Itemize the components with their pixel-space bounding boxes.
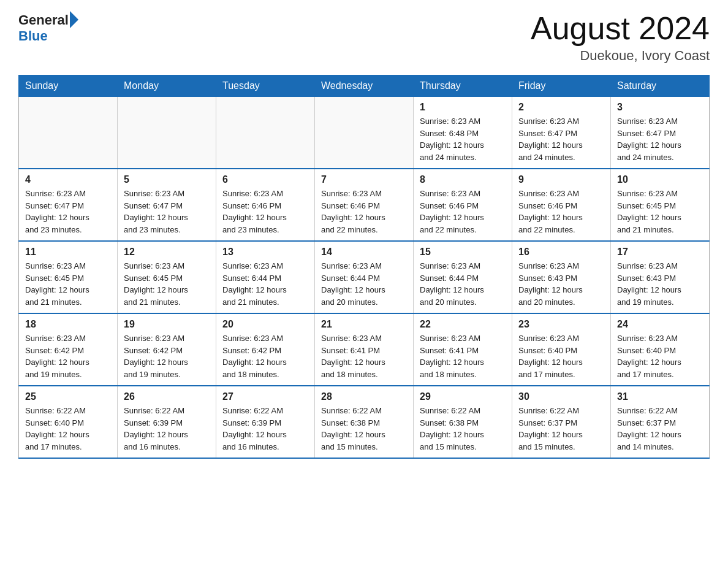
day-info: Sunrise: 6:22 AM Sunset: 6:37 PM Dayligh… — [518, 405, 604, 453]
day-info: Sunrise: 6:23 AM Sunset: 6:44 PM Dayligh… — [420, 260, 506, 308]
day-number: 26 — [124, 391, 210, 402]
day-number: 24 — [617, 319, 703, 330]
calendar-cell: 16Sunrise: 6:23 AM Sunset: 6:43 PM Dayli… — [512, 241, 611, 313]
day-info: Sunrise: 6:23 AM Sunset: 6:47 PM Dayligh… — [518, 115, 604, 163]
month-title: August 2024 — [531, 12, 710, 44]
day-number: 11 — [25, 247, 111, 258]
calendar-cell: 3Sunrise: 6:23 AM Sunset: 6:47 PM Daylig… — [611, 97, 710, 169]
calendar-cell: 17Sunrise: 6:23 AM Sunset: 6:43 PM Dayli… — [611, 241, 710, 313]
day-number: 7 — [321, 174, 407, 185]
calendar-cell: 23Sunrise: 6:23 AM Sunset: 6:40 PM Dayli… — [512, 313, 611, 386]
day-info: Sunrise: 6:23 AM Sunset: 6:48 PM Dayligh… — [420, 115, 506, 163]
title-area: August 2024 Duekoue, Ivory Coast — [531, 12, 710, 64]
calendar-cell: 21Sunrise: 6:23 AM Sunset: 6:41 PM Dayli… — [315, 313, 414, 386]
week-row-4: 18Sunrise: 6:23 AM Sunset: 6:42 PM Dayli… — [19, 313, 710, 386]
day-number: 28 — [321, 391, 407, 402]
calendar-header-row: SundayMondayTuesdayWednesdayThursdayFrid… — [19, 75, 710, 97]
day-number: 14 — [321, 247, 407, 258]
header-tuesday: Tuesday — [216, 75, 315, 97]
day-number: 17 — [617, 247, 703, 258]
calendar-cell: 9Sunrise: 6:23 AM Sunset: 6:46 PM Daylig… — [512, 169, 611, 241]
day-info: Sunrise: 6:23 AM Sunset: 6:40 PM Dayligh… — [617, 332, 703, 380]
day-number: 15 — [420, 247, 506, 258]
day-info: Sunrise: 6:22 AM Sunset: 6:39 PM Dayligh… — [222, 405, 308, 453]
day-number: 21 — [321, 319, 407, 330]
header-wednesday: Wednesday — [315, 75, 414, 97]
day-number: 31 — [617, 391, 703, 402]
header-thursday: Thursday — [414, 75, 512, 97]
day-number: 4 — [25, 174, 111, 185]
calendar-cell — [315, 97, 414, 169]
day-info: Sunrise: 6:23 AM Sunset: 6:45 PM Dayligh… — [617, 188, 703, 236]
calendar-cell: 11Sunrise: 6:23 AM Sunset: 6:45 PM Dayli… — [19, 241, 118, 313]
calendar-cell: 7Sunrise: 6:23 AM Sunset: 6:46 PM Daylig… — [315, 169, 414, 241]
day-info: Sunrise: 6:22 AM Sunset: 6:39 PM Dayligh… — [124, 405, 210, 453]
day-info: Sunrise: 6:23 AM Sunset: 6:41 PM Dayligh… — [420, 332, 506, 380]
calendar-cell: 18Sunrise: 6:23 AM Sunset: 6:42 PM Dayli… — [19, 313, 118, 386]
day-number: 5 — [124, 174, 210, 185]
day-info: Sunrise: 6:22 AM Sunset: 6:37 PM Dayligh… — [617, 405, 703, 453]
day-info: Sunrise: 6:23 AM Sunset: 6:46 PM Dayligh… — [518, 188, 604, 236]
day-number: 12 — [124, 247, 210, 258]
day-number: 8 — [420, 174, 506, 185]
calendar-cell: 12Sunrise: 6:23 AM Sunset: 6:45 PM Dayli… — [118, 241, 216, 313]
calendar-cell: 20Sunrise: 6:23 AM Sunset: 6:42 PM Dayli… — [216, 313, 315, 386]
day-info: Sunrise: 6:23 AM Sunset: 6:46 PM Dayligh… — [321, 188, 407, 236]
day-info: Sunrise: 6:23 AM Sunset: 6:43 PM Dayligh… — [617, 260, 703, 308]
day-number: 20 — [222, 319, 308, 330]
calendar-cell: 27Sunrise: 6:22 AM Sunset: 6:39 PM Dayli… — [216, 386, 315, 458]
calendar-cell: 2Sunrise: 6:23 AM Sunset: 6:47 PM Daylig… — [512, 97, 611, 169]
day-info: Sunrise: 6:22 AM Sunset: 6:40 PM Dayligh… — [25, 405, 111, 453]
day-info: Sunrise: 6:23 AM Sunset: 6:47 PM Dayligh… — [124, 188, 210, 236]
day-info: Sunrise: 6:22 AM Sunset: 6:38 PM Dayligh… — [420, 405, 506, 453]
calendar-cell: 25Sunrise: 6:22 AM Sunset: 6:40 PM Dayli… — [19, 386, 118, 458]
calendar-cell: 4Sunrise: 6:23 AM Sunset: 6:47 PM Daylig… — [19, 169, 118, 241]
calendar-cell: 13Sunrise: 6:23 AM Sunset: 6:44 PM Dayli… — [216, 241, 315, 313]
logo: General Blue — [18, 12, 78, 44]
location: Duekoue, Ivory Coast — [531, 48, 710, 64]
page-header: General Blue August 2024 Duekoue, Ivory … — [18, 12, 710, 64]
calendar-cell: 10Sunrise: 6:23 AM Sunset: 6:45 PM Dayli… — [611, 169, 710, 241]
calendar-cell: 28Sunrise: 6:22 AM Sunset: 6:38 PM Dayli… — [315, 386, 414, 458]
day-info: Sunrise: 6:23 AM Sunset: 6:42 PM Dayligh… — [222, 332, 308, 380]
week-row-2: 4Sunrise: 6:23 AM Sunset: 6:47 PM Daylig… — [19, 169, 710, 241]
day-info: Sunrise: 6:23 AM Sunset: 6:44 PM Dayligh… — [321, 260, 407, 308]
day-number: 30 — [518, 391, 604, 402]
day-number: 16 — [518, 247, 604, 258]
calendar-cell: 24Sunrise: 6:23 AM Sunset: 6:40 PM Dayli… — [611, 313, 710, 386]
day-number: 1 — [420, 102, 506, 113]
calendar-table: SundayMondayTuesdayWednesdayThursdayFrid… — [18, 75, 710, 459]
day-info: Sunrise: 6:23 AM Sunset: 6:46 PM Dayligh… — [222, 188, 308, 236]
week-row-3: 11Sunrise: 6:23 AM Sunset: 6:45 PM Dayli… — [19, 241, 710, 313]
header-monday: Monday — [118, 75, 216, 97]
day-info: Sunrise: 6:23 AM Sunset: 6:42 PM Dayligh… — [25, 332, 111, 380]
header-sunday: Sunday — [19, 75, 118, 97]
day-number: 23 — [518, 319, 604, 330]
day-info: Sunrise: 6:23 AM Sunset: 6:41 PM Dayligh… — [321, 332, 407, 380]
day-info: Sunrise: 6:23 AM Sunset: 6:47 PM Dayligh… — [617, 115, 703, 163]
logo-general: General — [18, 12, 78, 28]
calendar-cell: 26Sunrise: 6:22 AM Sunset: 6:39 PM Dayli… — [118, 386, 216, 458]
calendar-cell: 8Sunrise: 6:23 AM Sunset: 6:46 PM Daylig… — [414, 169, 512, 241]
calendar-cell: 6Sunrise: 6:23 AM Sunset: 6:46 PM Daylig… — [216, 169, 315, 241]
day-info: Sunrise: 6:23 AM Sunset: 6:45 PM Dayligh… — [25, 260, 111, 308]
calendar-cell — [19, 97, 118, 169]
calendar-cell: 19Sunrise: 6:23 AM Sunset: 6:42 PM Dayli… — [118, 313, 216, 386]
calendar-cell: 15Sunrise: 6:23 AM Sunset: 6:44 PM Dayli… — [414, 241, 512, 313]
calendar-cell — [118, 97, 216, 169]
calendar-cell: 30Sunrise: 6:22 AM Sunset: 6:37 PM Dayli… — [512, 386, 611, 458]
header-friday: Friday — [512, 75, 611, 97]
day-info: Sunrise: 6:23 AM Sunset: 6:46 PM Dayligh… — [420, 188, 506, 236]
day-number: 13 — [222, 247, 308, 258]
day-info: Sunrise: 6:23 AM Sunset: 6:45 PM Dayligh… — [124, 260, 210, 308]
logo-blue: Blue — [18, 28, 78, 44]
day-number: 22 — [420, 319, 506, 330]
day-number: 3 — [617, 102, 703, 113]
header-saturday: Saturday — [611, 75, 710, 97]
day-number: 6 — [222, 174, 308, 185]
day-number: 29 — [420, 391, 506, 402]
calendar-cell: 31Sunrise: 6:22 AM Sunset: 6:37 PM Dayli… — [611, 386, 710, 458]
day-number: 27 — [222, 391, 308, 402]
calendar-cell: 5Sunrise: 6:23 AM Sunset: 6:47 PM Daylig… — [118, 169, 216, 241]
day-info: Sunrise: 6:23 AM Sunset: 6:47 PM Dayligh… — [25, 188, 111, 236]
